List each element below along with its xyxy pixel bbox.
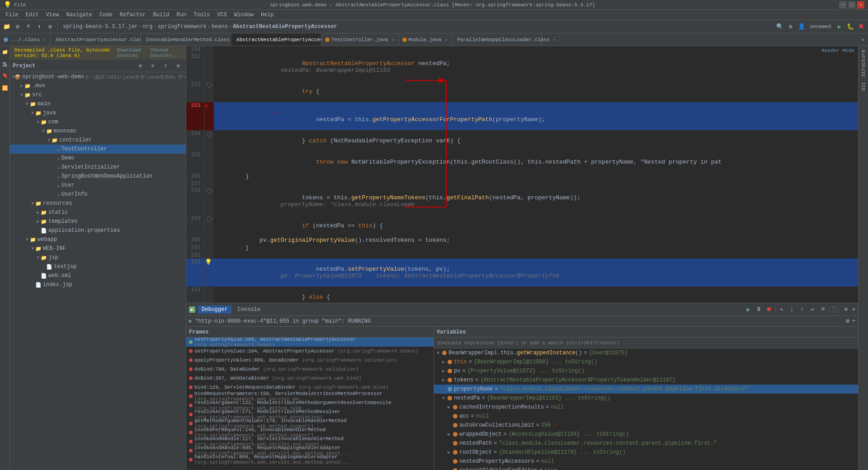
debug-step-over[interactable]: ↷ <box>777 305 786 314</box>
var-1[interactable]: ▶ this = {BeanWrapperImpl@11068} ... toS… <box>434 357 858 367</box>
var-5[interactable]: ▼ nestedPa = {BeanWrapperImpl@11183} ...… <box>434 394 858 403</box>
reader-mode-button[interactable]: Reader Mode <box>821 48 854 53</box>
frame-5[interactable]: bind:129, ServletRequestDataBinder (org.… <box>186 383 434 392</box>
right-panel-btn2[interactable]: Git <box>860 80 867 93</box>
var-5b[interactable]: acc = null <box>434 412 858 421</box>
menu-build[interactable]: Build <box>149 11 173 19</box>
breadcrumb-springframework[interactable]: springframework <box>158 24 207 30</box>
debug-icon[interactable]: 🐛 <box>845 22 855 32</box>
debug-settings-btn[interactable]: ⚙ <box>844 306 848 313</box>
project-gear[interactable]: ⚙ <box>135 61 145 71</box>
frame-8[interactable]: resolveArgument:171, ModelAttributeMetho… <box>186 410 434 419</box>
tab-3[interactable]: AbstractNestablePropertyAccessor.class ✕ <box>231 33 321 46</box>
download-sources-link[interactable]: Download Sources <box>117 47 146 58</box>
debug-evaluate[interactable]: ≡ <box>819 305 828 314</box>
menu-run[interactable]: Run <box>173 11 190 19</box>
tree-controller[interactable]: ▼ 📁 controller <box>10 136 186 145</box>
stop-icon[interactable]: ⏹ <box>856 22 866 32</box>
tree-userinfo[interactable]: ☕ UserInfo <box>10 190 186 199</box>
var-5e[interactable]: nestedPath = "class.module.classLoader.r… <box>434 439 858 448</box>
profile-icon[interactable]: 👤 <box>797 22 807 32</box>
tree-springboot-app[interactable]: ☕ SpringBootWebDemoApplication <box>10 172 186 181</box>
tree-appprops[interactable]: 📄 application.properties <box>10 226 186 235</box>
tree-testcontroller[interactable]: ☕ TestController <box>10 145 186 154</box>
choose-sources-link[interactable]: Choose Sources... <box>151 47 181 58</box>
project-panel-icon[interactable]: 📁 <box>1 48 9 57</box>
debug-step-into[interactable]: ↓ <box>788 305 797 314</box>
tree-templates[interactable]: ▶ 📁 templates <box>10 217 186 226</box>
debug-run-cursor[interactable]: ↩ <box>808 305 817 314</box>
frame-11[interactable]: invokeAndHandle:117, ServletInvocableHan… <box>186 437 434 446</box>
tree-resources[interactable]: ▼ 📁 resources <box>10 199 186 208</box>
project-settings[interactable]: ⚙ <box>173 61 183 71</box>
debug-tab-console[interactable]: Console <box>234 306 264 314</box>
menu-vcs[interactable]: VCS <box>213 11 231 19</box>
var-2[interactable]: ▶ pv = {PropertyValue@11072} ... toStrin… <box>434 367 858 376</box>
tree-mvn[interactable]: ▶ 📁 .mvn <box>10 81 186 90</box>
file-menu[interactable]: File <box>14 2 26 8</box>
thread-add-btn[interactable]: + <box>852 318 855 324</box>
tree-webinf[interactable]: ▼ 📁 WEB-INF <box>10 244 186 253</box>
tab-5[interactable]: Module.java ✕ <box>399 33 452 46</box>
frame-12[interactable]: invokeAndHandle:895, RequestMappingHandl… <box>186 446 434 455</box>
menu-navigate[interactable]: Navigate <box>62 11 96 19</box>
run-icon[interactable]: ▶ <box>835 22 844 32</box>
var-4[interactable]: propertyName = "class.module.classLoader… <box>434 385 858 394</box>
var-3[interactable]: ▶ tokens = {AbstractNestablePropertyAcce… <box>434 376 858 385</box>
menu-code[interactable]: Code <box>96 11 116 19</box>
tree-testjsp[interactable]: 📄 testjsp <box>10 262 186 271</box>
tabs-more[interactable]: » <box>858 33 868 46</box>
project-up[interactable]: ⬆ <box>160 61 170 71</box>
tab-0[interactable]: ...r.class ✕ <box>0 33 50 46</box>
debug-pause-btn[interactable]: ⏸ <box>755 305 764 314</box>
project-icon[interactable]: 📁 <box>2 22 12 32</box>
toolbar-btn1[interactable]: ⚙ <box>13 22 23 32</box>
menu-edit[interactable]: Edit <box>22 11 42 19</box>
tab-1[interactable]: AbstractPropertyAccessor.class ✕ <box>50 33 141 46</box>
var-5a[interactable]: ▶ cachedIntrospectionResults = null <box>434 403 858 412</box>
breadcrumb-jar[interactable]: spring-beans-5.3.17.jar <box>63 24 138 30</box>
tree-demo[interactable]: ☕ Demo <box>10 154 186 163</box>
debug-step-out[interactable]: ↑ <box>798 305 807 314</box>
menu-view[interactable]: View <box>42 11 63 19</box>
menu-file[interactable]: File <box>2 11 22 19</box>
minimize-button[interactable]: ─ <box>839 1 846 9</box>
tab-close-0[interactable]: ✕ <box>43 37 46 42</box>
frame-13[interactable]: handleInternal:808, RequestMappingHandle… <box>186 455 434 464</box>
tree-webxml[interactable]: 📄 web.xml <box>10 271 186 280</box>
maximize-button[interactable]: □ <box>848 1 855 9</box>
debug-close-btn[interactable]: ✕ <box>852 306 855 313</box>
tree-user[interactable]: ☕ User <box>10 181 186 190</box>
tab-close-5[interactable]: ✕ <box>445 37 448 42</box>
tab-2[interactable]: InvocableHandlerMethod.class ✕ <box>141 33 231 46</box>
tree-webapp[interactable]: ▼ 📁 webapp <box>10 235 186 244</box>
breadcrumb-beans[interactable]: beans <box>212 24 228 30</box>
tree-static[interactable]: ▶ 📁 static <box>10 208 186 217</box>
menu-help[interactable]: Help <box>257 11 278 19</box>
code-scroll[interactable]: Reader Mode 150 151 <box>186 46 858 303</box>
frame-1[interactable]: setPropertyValues:104, AbstractPropertyA… <box>186 347 434 356</box>
tree-com[interactable]: ▼ 📁 com <box>10 118 186 127</box>
debug-restore-layout[interactable]: ⬛ <box>831 305 840 314</box>
breadcrumb-org[interactable]: org <box>143 24 153 30</box>
tab-6[interactable]: ParallelWebappClassLoader.class ✕ <box>452 33 542 46</box>
tree-src[interactable]: ▼ 📁 src <box>10 90 186 99</box>
tab-close-4[interactable]: ✕ <box>392 37 394 42</box>
close-button[interactable]: ✕ <box>857 1 864 9</box>
tree-servlet[interactable]: ☕ ServletInitializer <box>10 163 186 172</box>
toolbar-btn3[interactable]: ⬆ <box>34 22 44 32</box>
tree-java[interactable]: ▼ 📁 java <box>10 108 186 118</box>
toolbar-settings[interactable]: ⚙ <box>45 22 55 32</box>
breadcrumb-class[interactable]: AbstractNestablePropertyAccessor <box>233 24 337 30</box>
project-collapse[interactable]: ≡ <box>148 61 158 71</box>
frame-6[interactable]: bindRequestParameters:158, ServletModelA… <box>186 392 434 401</box>
tree-main[interactable]: ▼ 📁 main <box>10 99 186 108</box>
debug-stop-btn[interactable]: ⏹ <box>765 305 774 314</box>
frame-10[interactable]: invokeForRequest:146, InvocableHandlerMe… <box>186 428 434 437</box>
var-5c[interactable]: autoGrowCollectionLimit = 256 ← <box>434 421 858 430</box>
thread-filter-btn[interactable]: ⊞ <box>846 318 849 324</box>
var-0[interactable]: ▼ BeanWrapperImpl.this.getWrappedInstanc… <box>434 348 858 357</box>
tree-jsp[interactable]: ▼ 📁 jsp <box>10 253 186 262</box>
var-5d[interactable]: ▶ wrappedObject = {AccessLogValue@11184}… <box>434 430 858 439</box>
git-icon[interactable]: 🔀 <box>1 84 9 93</box>
